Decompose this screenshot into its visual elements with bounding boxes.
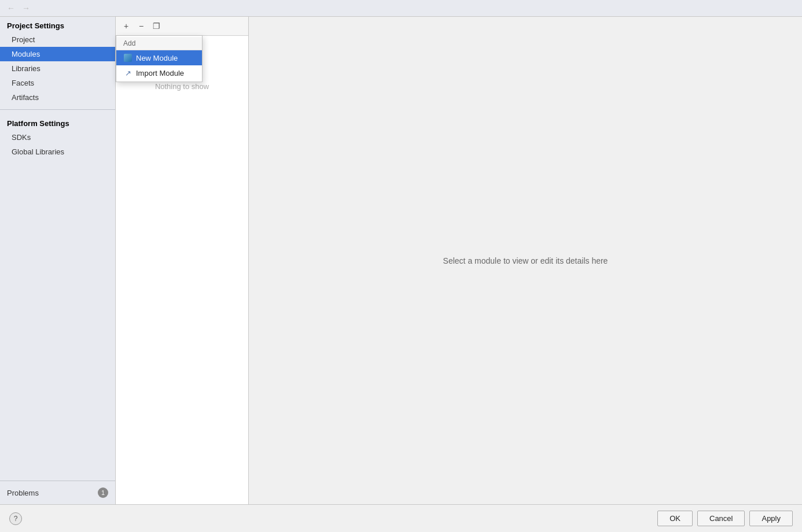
remove-icon: −: [139, 21, 144, 31]
sidebar-item-project[interactable]: Project: [0, 32, 115, 47]
help-button[interactable]: ?: [9, 512, 22, 525]
add-button[interactable]: +: [119, 19, 133, 33]
new-module-icon: [123, 53, 133, 62]
project-settings-title: Project Settings: [0, 17, 115, 32]
content-area: + − ❐ Add New Module: [116, 17, 802, 504]
sidebar-item-facets[interactable]: Facets: [0, 76, 115, 90]
nothing-to-show: Nothing to show: [116, 36, 248, 504]
copy-button[interactable]: ❐: [149, 19, 163, 33]
add-icon: +: [124, 21, 128, 31]
forward-button[interactable]: →: [20, 2, 32, 14]
ok-button[interactable]: OK: [657, 511, 693, 526]
bottom-bar: ? OK Cancel Apply: [0, 504, 802, 532]
problems-badge: 1: [98, 487, 108, 498]
sidebar-bottom: Problems 1: [0, 481, 115, 504]
remove-button[interactable]: −: [134, 19, 148, 33]
add-dropdown-menu: Add New Module ↗ Import Module: [116, 35, 203, 82]
sidebar-item-modules[interactable]: Modules: [0, 47, 115, 61]
copy-icon: ❐: [153, 21, 160, 31]
sidebar-item-global-libraries[interactable]: Global Libraries: [0, 145, 115, 159]
apply-button[interactable]: Apply: [749, 511, 793, 526]
sidebar-divider: [0, 109, 115, 110]
toolbar: + − ❐ Add New Module: [116, 17, 248, 36]
sidebar-item-sdks[interactable]: SDKs: [0, 130, 115, 145]
platform-settings-title: Platform Settings: [0, 114, 115, 130]
dropdown-header: Add: [116, 37, 202, 50]
detail-placeholder: Select a module to view or edit its deta…: [443, 256, 608, 265]
sidebar: Project Settings Project Modules Librari…: [0, 17, 116, 504]
detail-area: Select a module to view or edit its deta…: [249, 17, 802, 504]
nav-bar: ← →: [0, 0, 802, 17]
help-icon: ?: [14, 515, 18, 523]
sidebar-item-libraries[interactable]: Libraries: [0, 61, 115, 76]
module-list-panel: + − ❐ Add New Module: [116, 17, 249, 504]
sidebar-item-problems[interactable]: Problems 1: [0, 485, 115, 501]
dropdown-item-import-module[interactable]: ↗ Import Module: [116, 65, 202, 80]
cancel-button[interactable]: Cancel: [697, 511, 745, 526]
import-module-icon: ↗: [123, 68, 133, 77]
back-button[interactable]: ←: [5, 2, 17, 14]
sidebar-item-artifacts[interactable]: Artifacts: [0, 90, 115, 105]
dropdown-item-new-module[interactable]: New Module: [116, 50, 202, 65]
